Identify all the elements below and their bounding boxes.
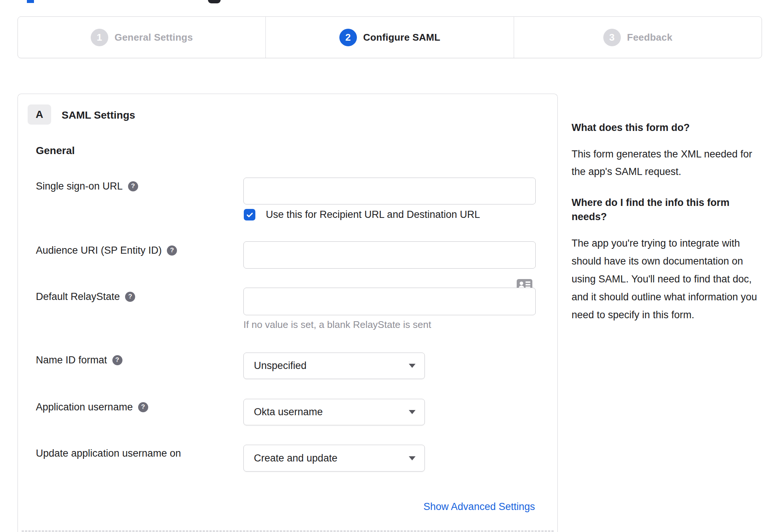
update-username-select[interactable]: Create and update: [243, 445, 425, 472]
application-username-label: Application username: [36, 401, 133, 413]
step-1-number: 1: [91, 29, 108, 46]
application-username-label-row: Application username ?: [36, 401, 148, 413]
name-id-format-help-icon[interactable]: ?: [112, 355, 122, 365]
update-username-value: Create and update: [254, 453, 409, 464]
audience-uri-help-icon[interactable]: ?: [167, 245, 177, 256]
step-feedback[interactable]: 3 Feedback: [514, 17, 762, 58]
update-username-label: Update application username on: [36, 448, 181, 459]
group-title-general: General: [36, 145, 75, 157]
step-2-label: Configure SAML: [363, 32, 440, 43]
application-username-help-icon[interactable]: ?: [138, 402, 148, 412]
audience-uri-label: Audience URI (SP Entity ID): [36, 245, 162, 256]
name-id-format-label: Name ID format: [36, 354, 107, 366]
saml-settings-panel: A SAML Settings General Single sign-on U…: [18, 94, 558, 532]
sso-url-label: Single sign-on URL: [36, 181, 123, 192]
sso-url-help-icon[interactable]: ?: [128, 181, 138, 191]
name-id-format-value: Unspecified: [254, 360, 409, 372]
relay-state-label: Default RelayState: [36, 291, 120, 303]
panel-title: SAML Settings: [62, 109, 135, 121]
recipient-url-checkbox-label: Use this for Recipient URL and Destinati…: [266, 208, 480, 221]
chevron-down-icon: [409, 364, 416, 368]
sidebar-heading-where: Where do I find the info this form needs…: [572, 195, 760, 224]
relay-state-input[interactable]: [243, 288, 536, 315]
step-2-number: 2: [339, 29, 357, 46]
step-3-label: Feedback: [627, 32, 673, 43]
name-id-format-select[interactable]: Unspecified: [243, 353, 425, 379]
section-badge: A: [28, 104, 51, 125]
checkmark-icon: [246, 211, 254, 219]
step-general-settings[interactable]: 1 General Settings: [18, 17, 265, 58]
sso-url-label-row: Single sign-on URL ?: [36, 180, 138, 193]
sso-url-input[interactable]: [243, 178, 536, 204]
clipped-icon-fragment: [208, 0, 221, 3]
sidebar-body-where: The app you're trying to integrate with …: [572, 234, 760, 324]
chevron-down-icon: [409, 456, 416, 460]
step-3-number: 3: [603, 29, 621, 46]
relay-state-help-icon[interactable]: ?: [125, 292, 135, 302]
wizard-stepper: 1 General Settings 2 Configure SAML 3 Fe…: [18, 16, 762, 58]
step-configure-saml[interactable]: 2 Configure SAML: [265, 17, 513, 58]
sidebar-body-what: This form generates the XML needed for t…: [572, 145, 760, 181]
update-username-label-row: Update application username on: [36, 447, 181, 460]
recipient-url-checkbox[interactable]: [244, 209, 255, 220]
chevron-down-icon: [409, 410, 416, 414]
name-id-format-label-row: Name ID format ?: [36, 354, 122, 366]
sidebar-heading-what: What does this form do?: [572, 120, 760, 135]
audience-uri-input[interactable]: [243, 241, 536, 269]
application-username-value: Okta username: [254, 406, 409, 418]
application-username-select[interactable]: Okta username: [243, 399, 425, 425]
show-advanced-settings-link[interactable]: Show Advanced Settings: [423, 501, 535, 513]
help-sidebar: What does this form do? This form genera…: [572, 120, 760, 324]
relay-state-label-row: Default RelayState ?: [36, 290, 135, 303]
audience-uri-label-row: Audience URI (SP Entity ID) ?: [36, 244, 177, 257]
section-dashed-divider: [22, 531, 554, 532]
relay-state-hint: If no value is set, a blank RelayState i…: [243, 318, 431, 331]
clipped-tab-underline-fragment: [27, 0, 34, 3]
step-1-label: General Settings: [115, 32, 193, 43]
